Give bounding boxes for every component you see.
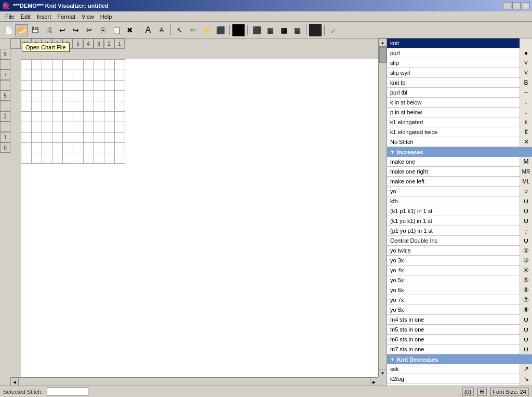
grid-cell[interactable] xyxy=(63,153,73,164)
fill-tool[interactable]: ⚡ xyxy=(201,24,213,36)
minimize-button[interactable]: – xyxy=(503,2,511,9)
stitch-yo-7x[interactable]: yo 7x ⑦ xyxy=(387,295,532,305)
grid-cell[interactable] xyxy=(115,112,125,122)
save-button[interactable]: 💾 xyxy=(29,24,42,36)
stitch-knit-tbl[interactable]: knit tbl B xyxy=(387,78,532,88)
stitch-knit[interactable]: knit xyxy=(387,38,532,48)
grid-cell[interactable] xyxy=(42,60,52,70)
stitch-m7[interactable]: m7 sts in one ψ xyxy=(387,345,532,354)
grid-cell[interactable] xyxy=(115,81,125,91)
grid-cell[interactable] xyxy=(94,133,104,143)
grid-cell[interactable] xyxy=(52,122,63,133)
grid-cell[interactable] xyxy=(42,91,52,101)
grid-cell[interactable] xyxy=(94,143,104,153)
grid-cell[interactable] xyxy=(104,81,115,91)
grid-cell[interactable] xyxy=(94,81,104,91)
cursor-tool[interactable]: ↖ xyxy=(174,24,186,36)
section-decreases[interactable]: ▼ Knit Decreases xyxy=(387,354,532,364)
grid-cell[interactable] xyxy=(84,60,94,70)
stitch-k-in-st-below[interactable]: k in st below ↓ xyxy=(387,98,532,108)
grid-cell[interactable] xyxy=(52,143,63,153)
grid-cell[interactable] xyxy=(21,60,32,70)
grid-cell[interactable] xyxy=(115,122,125,133)
stitch-slip[interactable]: slip V xyxy=(387,58,532,68)
grid-cell[interactable] xyxy=(42,133,52,143)
grid-cell[interactable] xyxy=(84,133,94,143)
grid-cell[interactable] xyxy=(84,101,94,112)
grid-cell[interactable] xyxy=(104,153,115,164)
stitch-no-stitch[interactable]: No Stitch ✕ xyxy=(387,137,532,147)
grid-cell[interactable] xyxy=(94,91,104,101)
grid-cell[interactable] xyxy=(104,122,115,133)
grid-cell[interactable] xyxy=(32,81,42,91)
grid-cell[interactable] xyxy=(94,122,104,133)
scroll-up[interactable]: ▲ xyxy=(379,38,387,47)
stitch-m4[interactable]: m4 sts in one ψ xyxy=(387,315,532,325)
brush-tool[interactable]: ✏ xyxy=(187,24,200,36)
grid-cell[interactable] xyxy=(84,91,94,101)
stitch-purl[interactable]: purl ● xyxy=(387,48,532,58)
color-swatch[interactable] xyxy=(309,24,322,36)
stitch-ssk[interactable]: ssk ↗ xyxy=(387,364,532,374)
scroll-right[interactable]: ▶ xyxy=(370,378,378,386)
grow-font-button[interactable]: A xyxy=(142,24,154,36)
grid-cell[interactable] xyxy=(63,70,73,81)
stitch-list[interactable]: knit purl ● slip V slip wyif V knit tbl … xyxy=(387,38,532,386)
align-center[interactable]: ▦ xyxy=(264,24,276,36)
export-button[interactable]: 🖨 xyxy=(43,24,55,36)
grid-cell[interactable] xyxy=(63,112,73,122)
grid-cell[interactable] xyxy=(115,153,125,164)
grid-cell[interactable] xyxy=(84,153,94,164)
menu-format[interactable]: Format xyxy=(54,12,78,21)
grid-cell[interactable] xyxy=(73,133,84,143)
delete-button[interactable]: ✖ xyxy=(124,24,136,36)
grid-cell[interactable] xyxy=(21,91,32,101)
grid-cell[interactable] xyxy=(42,122,52,133)
grid-cell[interactable] xyxy=(52,70,63,81)
grid-cell[interactable] xyxy=(73,60,84,70)
grid-cell[interactable] xyxy=(73,101,84,112)
grid-cell[interactable] xyxy=(84,143,94,153)
grid-cell[interactable] xyxy=(94,101,104,112)
grid-cell[interactable] xyxy=(115,133,125,143)
stitch-yo[interactable]: yo ○ xyxy=(387,187,532,196)
stitch-kfb[interactable]: kfb ψ xyxy=(387,196,532,206)
grid-cell[interactable] xyxy=(63,60,73,70)
magic-wand[interactable]: 🪄 xyxy=(327,24,340,36)
stitch-purl-tbl[interactable]: purl tbl ~ xyxy=(387,88,532,98)
stitch-k1-elongated-twice[interactable]: k1 elongated twice ε̃ xyxy=(387,127,532,137)
grid-cell[interactable] xyxy=(42,101,52,112)
grid-cell[interactable] xyxy=(73,143,84,153)
grid-cell[interactable] xyxy=(52,91,63,101)
grid-cell[interactable] xyxy=(21,112,32,122)
grid-cell[interactable] xyxy=(115,91,125,101)
grid-cell[interactable] xyxy=(52,153,63,164)
open-button[interactable]: 📂 xyxy=(16,24,28,36)
scroll-track-h[interactable] xyxy=(19,378,370,386)
new-button[interactable]: 📄 xyxy=(2,24,15,36)
section-increases[interactable]: ▼ Increases xyxy=(387,147,532,157)
grid-cell[interactable] xyxy=(73,70,84,81)
stitch-yo-5x[interactable]: yo 5x ⑤ xyxy=(387,275,532,285)
undo-button[interactable]: ↩ xyxy=(56,24,69,36)
grid-cell[interactable] xyxy=(52,133,63,143)
menu-view[interactable]: View xyxy=(78,12,97,21)
grid-cell[interactable] xyxy=(63,133,73,143)
restore-button[interactable]: □ xyxy=(512,2,521,9)
grid-cell[interactable] xyxy=(32,70,42,81)
grid-cell[interactable] xyxy=(104,143,115,153)
grid-cell[interactable] xyxy=(21,101,32,112)
stitch-k1yok1[interactable]: (k1 yo k1) in 1 st ψ xyxy=(387,216,532,226)
stitch-m5[interactable]: m5 sts in one ψ xyxy=(387,325,532,335)
grid-cell[interactable] xyxy=(94,60,104,70)
grid-cell[interactable] xyxy=(73,122,84,133)
stitch-k2tog[interactable]: k2tog ↘ xyxy=(387,374,532,384)
stitch-make-one-left[interactable]: make one left ML xyxy=(387,177,532,187)
grid-cell[interactable] xyxy=(94,112,104,122)
grid-cell[interactable] xyxy=(32,133,42,143)
grid-cell[interactable] xyxy=(32,122,42,133)
grid-cell[interactable] xyxy=(52,60,63,70)
grid-cell[interactable] xyxy=(52,81,63,91)
grid-cell[interactable] xyxy=(73,91,84,101)
grid-cell[interactable] xyxy=(21,133,32,143)
